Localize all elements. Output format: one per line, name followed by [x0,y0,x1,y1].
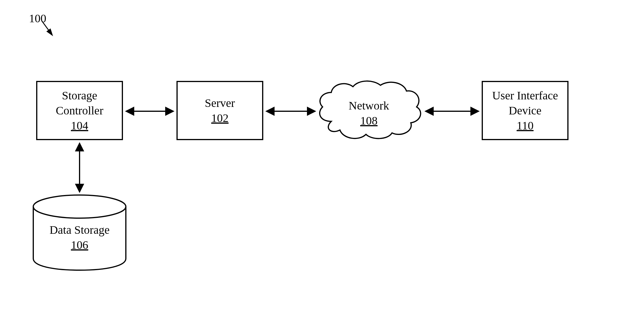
arrows-layer [0,0,644,321]
